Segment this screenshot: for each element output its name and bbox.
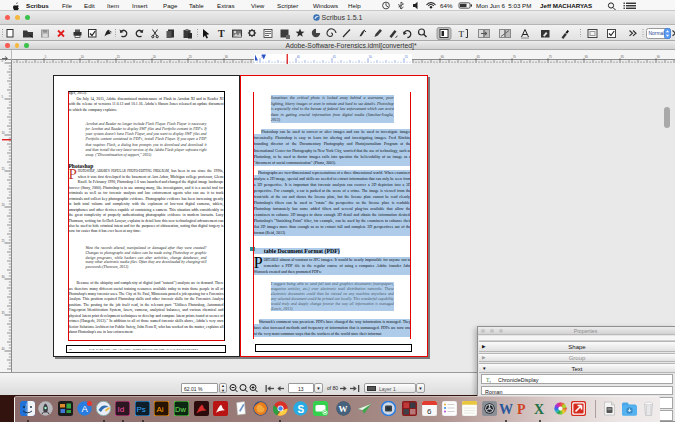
svg-text:30: 30 <box>2 275 6 279</box>
svg-text:25: 25 <box>2 239 6 243</box>
svg-text:90: 90 <box>657 55 661 59</box>
svg-text:85: 85 <box>621 55 625 59</box>
svg-text:80: 80 <box>585 55 589 59</box>
svg-text:10: 10 <box>2 131 6 135</box>
svg-text:70: 70 <box>513 55 517 59</box>
svg-text:T: T <box>218 28 225 39</box>
svg-text:40: 40 <box>2 347 6 351</box>
svg-text:X: X <box>534 402 544 416</box>
svg-text:W: W <box>499 402 513 416</box>
svg-text:55: 55 <box>405 55 409 59</box>
svg-text:Normal: Normal <box>649 31 665 36</box>
svg-text:15: 15 <box>2 167 6 171</box>
svg-text:5: 5 <box>2 95 4 99</box>
svg-text:Ai: Ai <box>157 405 164 414</box>
svg-text:35: 35 <box>2 311 6 315</box>
svg-text:40: 40 <box>297 55 301 59</box>
svg-text:6: 6 <box>427 407 432 416</box>
svg-text:60: 60 <box>441 55 445 59</box>
svg-text:T: T <box>459 29 465 39</box>
svg-text:Dw: Dw <box>175 405 186 414</box>
svg-text:25: 25 <box>189 55 193 59</box>
svg-text:W: W <box>338 404 347 414</box>
svg-text:Ps: Ps <box>137 405 146 414</box>
svg-text:Id: Id <box>118 405 125 414</box>
svg-text:45: 45 <box>333 55 337 59</box>
svg-text:10: 10 <box>81 55 85 59</box>
svg-text:65: 65 <box>477 55 481 59</box>
svg-text:75: 75 <box>549 55 553 59</box>
svg-text:r: r <box>490 379 492 384</box>
svg-text:30: 30 <box>225 55 229 59</box>
svg-text:20: 20 <box>153 55 157 59</box>
svg-text:15: 15 <box>117 55 121 59</box>
svg-text:5: 5 <box>45 55 47 59</box>
svg-text:50: 50 <box>369 55 373 59</box>
svg-text:P: P <box>517 402 526 416</box>
svg-text:20: 20 <box>2 203 6 207</box>
svg-text:S: S <box>297 404 304 415</box>
